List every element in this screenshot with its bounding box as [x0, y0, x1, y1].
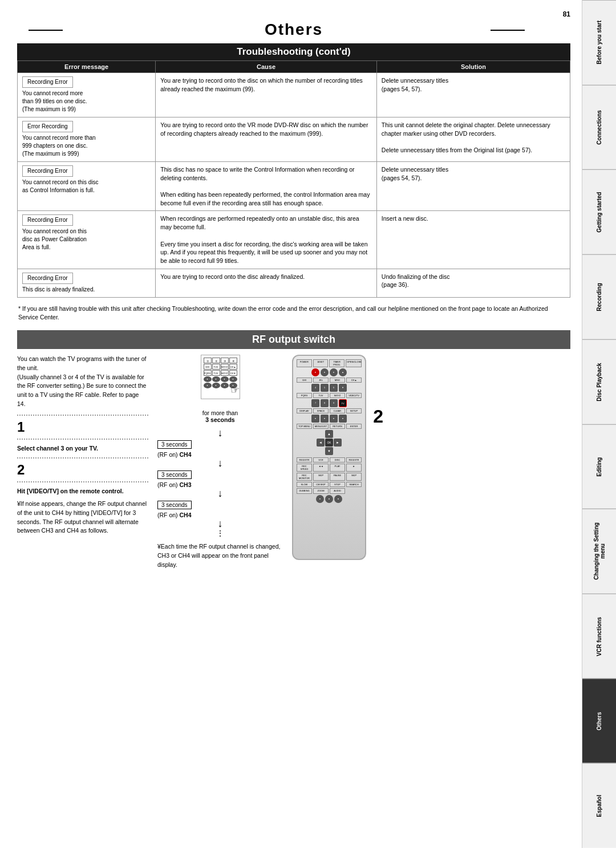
main-title: Others — [17, 21, 570, 39]
remote-row-8: ● ● ● ● — [297, 415, 362, 423]
rf-footnote-2: ¥Each time the RF output channel is chan… — [157, 542, 283, 569]
arrow-down-1: ↓ — [157, 428, 283, 438]
step2-note: ¥If noise appears, change the RF output … — [17, 500, 148, 535]
troubleshooting-header: Troubleshooting (cont'd) — [17, 43, 570, 60]
sidebar-tab-others[interactable]: Others — [582, 679, 616, 764]
error-cell-2: Recording ErrorYou cannot record on this… — [18, 162, 156, 211]
remote-row-9: TOP MENU MENU/LIST RETURN ENTER — [297, 424, 362, 429]
table-row: Recording ErrorYou cannot record more th… — [18, 73, 570, 117]
col-header-error: Error message — [18, 61, 156, 73]
sidebar-tab-editing[interactable]: Editing — [582, 424, 616, 509]
table-row: Recording ErrorThis disc is already fina… — [18, 269, 570, 297]
sec-badge-1: 3 seconds — [157, 440, 192, 449]
cause-cell-1: You are trying to record onto the VR mod… — [156, 117, 377, 162]
solution-cell-0: Delete unnecessary titles (pages 54, 57)… — [376, 73, 570, 117]
dotted-divider-2 — [17, 439, 148, 440]
remote-row-12: REC MONITOR SKIP PAUSE SKIP — [297, 473, 362, 481]
dotted-divider-3 — [17, 457, 148, 459]
table-row: Recording ErrorYou cannot record on this… — [18, 211, 570, 269]
remote-row-11: REC SPEED ◄◄ PLAY ► — [297, 464, 362, 472]
cause-cell-2: This disc has no space to write the Cont… — [156, 162, 377, 211]
col-header-solution: Solution — [376, 61, 570, 73]
step1-number: 1 — [17, 420, 148, 434]
sidebar-tab-before-you-start[interactable]: Before you start — [582, 0, 616, 85]
error-cell-1: Error RecordingYou cannot record more th… — [18, 117, 156, 162]
remote-top-row: POWER 16SET TIMER PROG. OPEN/CLOSE — [297, 359, 362, 367]
cause-cell-0: You are trying to record onto the disc o… — [156, 73, 377, 117]
arrow-down-3: ↓ — [157, 488, 283, 498]
sidebar-tab-getting-started[interactable]: Getting started — [582, 169, 616, 254]
arrow-down-4: ↓ — [157, 518, 283, 529]
solution-cell-1: This unit cannot delete the original cha… — [376, 117, 570, 162]
rf-left-col: You can watch the TV programs with the t… — [17, 355, 148, 569]
arrow-down-2: ↓ — [157, 458, 283, 468]
sidebar-tab-español[interactable]: Español — [582, 763, 616, 848]
dotted-divider-4 — [17, 481, 148, 482]
three-seconds: 3 seconds — [157, 416, 283, 423]
cause-cell-3: When recordings are performed repeatedly… — [156, 211, 377, 269]
sidebar-tab-connections[interactable]: Connections — [582, 85, 616, 170]
main-title-wrapper: Others — [17, 21, 570, 39]
error-badge: Recording Error — [22, 165, 73, 177]
remote-row-2: ● ● ● ▲ — [297, 368, 362, 376]
cause-cell-4: You are trying to record onto the disc a… — [156, 269, 377, 297]
rf-center-col: ① ② ③ ④ GHI TUV WXYZ CH▲ PQRS TUV WXYZ C… — [157, 355, 283, 569]
error-badge: Error Recording — [22, 121, 73, 132]
sec-badge-2: 3 seconds — [157, 470, 192, 479]
solution-cell-2: Delete unnecessary titles (pages 54, 57)… — [376, 162, 570, 211]
right-sidebar: Before you startConnectionsGetting start… — [582, 0, 616, 848]
page-number: 81 — [17, 10, 570, 18]
error-badge: Recording Error — [22, 273, 73, 284]
remote-row-10: REGISTR VCR DISC REGISTR — [297, 457, 362, 462]
error-cell-0: Recording ErrorYou cannot record more th… — [18, 73, 156, 117]
sec-badge-3: 3 seconds — [157, 501, 192, 509]
error-badge: Recording Error — [22, 214, 73, 226]
solution-cell-4: Undo finalizing of the disc (page 36). — [376, 269, 570, 297]
step2-label: Hit [VIDEO/TV] on the remote control. — [17, 487, 148, 496]
error-cell-3: Recording ErrorYou cannot record on this… — [18, 211, 156, 269]
footnote-text: * If you are still having trouble with t… — [17, 305, 570, 323]
seconds-row-1: 3 seconds — [157, 439, 283, 450]
remote-nav: ▲ ◄ OK ► ▼ — [297, 430, 362, 455]
rf-header: RF output switch — [17, 330, 570, 349]
rf-intro: You can watch the TV programs with the t… — [17, 355, 148, 409]
remote-row-3: GHI JKL MNO CH▲ — [297, 378, 362, 383]
sidebar-tab-vcr-functions[interactable]: VCR functions — [582, 594, 616, 679]
seconds-row-3: 3 seconds — [157, 500, 283, 510]
keypad-diagram: ① ② ③ ④ GHI TUV WXYZ CH▲ PQRS TUV WXYZ C… — [201, 355, 240, 399]
remote-row-13: SLOW CM SKIP STOP SEARCH — [297, 482, 362, 487]
step2-number-left: 2 — [17, 463, 148, 477]
step1-label: Select channel 3 on your TV. — [17, 444, 148, 453]
remote-row-7: DISPLAY SPACE CLEAR SETUP — [297, 408, 362, 413]
remote-row-14: DUBBING ZOOM AUDIO — [297, 488, 362, 494]
for-more-than: for more than — [157, 409, 283, 416]
sidebar-tab-disc-playback[interactable]: Disc Playback — [582, 339, 616, 424]
col-header-cause: Cause — [156, 61, 377, 73]
error-cell-4: Recording ErrorThis disc is already fina… — [18, 269, 156, 297]
remote-control: POWER 16SET TIMER PROG. OPEN/CLOSE ● ● ●… — [292, 355, 366, 560]
table-row: Recording ErrorYou cannot record on this… — [18, 162, 570, 211]
remote-row-5: PQRS TUV WXYZ VIDEO/TV — [297, 393, 362, 398]
remote-row-6: 7 8 9 TV — [297, 399, 362, 407]
error-badge: Recording Error — [22, 76, 73, 88]
troubleshooting-table: Error message Cause Solution Recording E… — [17, 60, 570, 298]
remote-row-4: 4 5 6 ▼ — [297, 384, 362, 392]
sidebar-tab-recording[interactable]: Recording — [582, 254, 616, 339]
channel-sequence: ↓ 3 seconds (RF on) CH4 ↓ 3 seconds (RF … — [157, 428, 283, 538]
step2-right-number: 2 — [373, 406, 383, 427]
dotted-divider-1 — [17, 415, 148, 416]
sidebar-tab-changing-the-setting-menu[interactable]: Changing the Setting menu — [582, 509, 616, 594]
seconds-row-2: 3 seconds — [157, 469, 283, 480]
solution-cell-3: Insert a new disc. — [376, 211, 570, 269]
remote-row-15: ● ● ● — [297, 495, 362, 503]
table-row: Error RecordingYou cannot record more th… — [18, 117, 570, 162]
rf-right-col: POWER 16SET TIMER PROG. OPEN/CLOSE ● ● ●… — [292, 355, 366, 569]
rf-content: You can watch the TV programs with the t… — [17, 355, 570, 569]
ellipsis: ⋮ — [157, 529, 283, 538]
